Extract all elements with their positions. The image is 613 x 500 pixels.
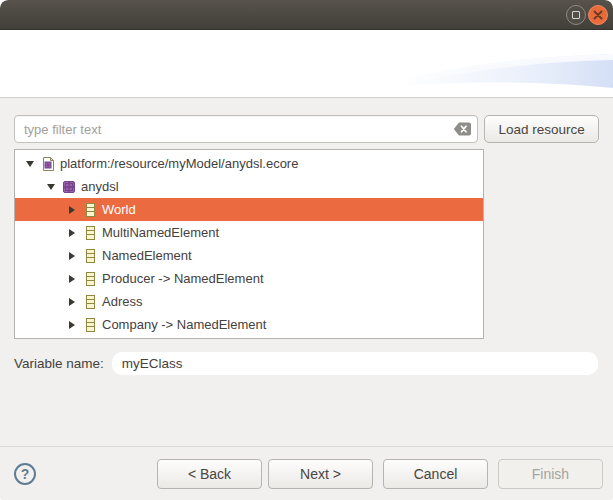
close-button[interactable] — [588, 5, 608, 25]
finish-button[interactable]: Finish — [498, 459, 603, 489]
tree-item-producer[interactable]: Producer -> NamedElement — [15, 267, 483, 290]
tree-item-multinamedelement[interactable]: MultiNamedElement — [15, 221, 483, 244]
cancel-button[interactable]: Cancel — [383, 459, 488, 489]
banner-swoosh-decoration — [398, 30, 613, 92]
tree-item-namedelement[interactable]: NamedElement — [15, 244, 483, 267]
clear-filter-icon[interactable] — [453, 122, 472, 136]
epackage-icon — [61, 179, 77, 195]
tree-item-label: Company -> NamedElement — [102, 317, 266, 332]
tree-item-label: Producer -> NamedElement — [102, 271, 264, 286]
tree-item-anydsl-package[interactable]: anydsl — [15, 175, 483, 198]
model-tree: platform:/resource/myModel/anydsl.ecore … — [14, 149, 484, 339]
chevron-down-icon[interactable] — [43, 179, 58, 194]
chevron-right-icon[interactable] — [64, 248, 79, 263]
filter-row: Load resource — [14, 115, 599, 143]
chevron-right-icon[interactable] — [64, 225, 79, 240]
back-button[interactable]: < Back — [157, 459, 262, 489]
variable-name-label: Variable name: — [14, 356, 104, 371]
tree-item-label: anydsl — [81, 179, 119, 194]
window-controls — [566, 5, 608, 25]
wizard-banner — [0, 30, 613, 98]
chevron-right-icon[interactable] — [64, 294, 79, 309]
wizard-content: Load resource platform:/resource/myModel… — [0, 98, 613, 375]
chevron-down-icon[interactable] — [22, 156, 37, 171]
tree-item-company[interactable]: Company -> NamedElement — [15, 313, 483, 336]
load-resource-button[interactable]: Load resource — [484, 115, 599, 143]
chevron-right-icon[interactable] — [64, 202, 79, 217]
tree-item-label: NamedElement — [102, 248, 192, 263]
eclass-icon — [82, 202, 98, 218]
variable-name-row: Variable name: — [14, 352, 599, 375]
variable-name-input[interactable] — [112, 352, 598, 375]
filter-input[interactable] — [14, 115, 478, 143]
close-icon — [593, 10, 603, 20]
eclass-icon — [82, 294, 98, 310]
eclass-icon — [82, 225, 98, 241]
maximize-icon — [572, 11, 580, 19]
tree-item-ecore-resource[interactable]: platform:/resource/myModel/anydsl.ecore — [15, 152, 483, 175]
maximize-button[interactable] — [566, 5, 586, 25]
tree-item-label: MultiNamedElement — [102, 225, 219, 240]
help-button[interactable]: ? — [14, 463, 36, 485]
titlebar[interactable] — [0, 0, 613, 30]
tree-item-adress[interactable]: Adress — [15, 290, 483, 313]
tree-item-world[interactable]: World — [15, 198, 483, 221]
filter-field — [14, 115, 478, 143]
tree-item-label: World — [102, 202, 136, 217]
eclass-icon — [82, 271, 98, 287]
wizard-buttons: < Back Next > Cancel Finish — [151, 459, 603, 489]
button-bar: ? < Back Next > Cancel Finish — [0, 446, 613, 500]
tree-item-label: Adress — [102, 294, 142, 309]
chevron-right-icon[interactable] — [64, 317, 79, 332]
ecore-file-icon — [40, 156, 56, 172]
chevron-right-icon[interactable] — [64, 271, 79, 286]
wizard-dialog: Load resource platform:/resource/myModel… — [0, 0, 613, 500]
tree-item-label: platform:/resource/myModel/anydsl.ecore — [60, 156, 298, 171]
next-button[interactable]: Next > — [268, 459, 373, 489]
eclass-icon — [82, 317, 98, 333]
question-mark-icon: ? — [21, 466, 30, 482]
eclass-icon — [82, 248, 98, 264]
